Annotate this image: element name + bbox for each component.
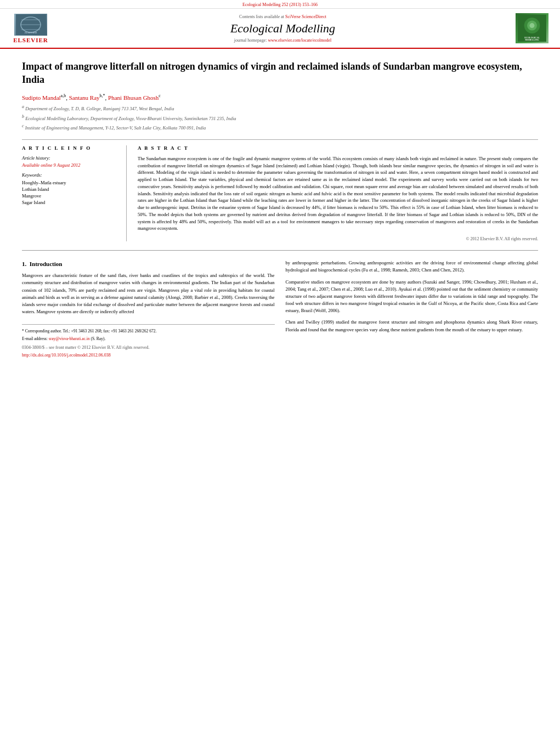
authors-line: Sudipto Mandala,b, Santanu Rayb,*, Phani… [22,93,538,101]
doi-area: 0304-3800/$ – see front matter © 2012 El… [22,344,275,359]
journal-top-bar: Ecological Modelling 252 (2013) 153–166 [0,0,560,9]
ecological-modelling-logo: ECOLOGICAL MODELLING [516,13,548,43]
affiliation-c: c Institute of Engineering and Managemen… [22,123,538,132]
issn-line: 0304-3800/$ – see front matter © 2012 El… [22,344,275,351]
svg-text:ELSEVIER: ELSEVIER [24,31,36,34]
journal-header: ELSEVIER ELSEVIER Contents lists availab… [0,9,560,49]
vertical-divider [126,145,127,241]
article-info: A R T I C L E I N F O Article history: A… [22,140,115,241]
history-label: Article history: [22,155,115,161]
elsevier-wordmark: ELSEVIER [13,37,48,43]
svg-point-9 [530,23,535,28]
journal-citation: Ecological Modelling 252 (2013) 153–166 [242,2,318,7]
journal-logo-right: ECOLOGICAL MODELLING [513,13,551,43]
keyword-2: Lothian Island [22,186,115,192]
journal-title: Ecological Modelling [230,21,335,36]
journal-homepage: journal homepage: www.elsevier.com/locat… [234,38,332,43]
section-divider [22,250,538,251]
keyword-3: Mangrove [22,193,115,199]
homepage-link[interactable]: www.elsevier.com/locate/ecolmodel [268,38,331,43]
paper-body: Impact of mangrove litterfall on nitroge… [0,49,560,370]
introduction-section: 1. Introduction Mangroves are characteri… [22,259,538,359]
elsevier-logo: ELSEVIER ELSEVIER [9,13,53,43]
abstract-section: A B S T R A C T The Sundarban mangrove e… [138,140,538,241]
keyword-4: Sagar Island [22,200,115,205]
doi-link[interactable]: http://dx.doi.org/10.1016/j.ecolmodel.20… [22,353,111,358]
affiliation-b: b Ecological Modelling Laboratory, Depar… [22,114,538,122]
abstract-text: The Sundarban mangrove ecosystem is one … [138,155,538,232]
footnote-area: * Corresponding author. Tel.: +91 3463 2… [22,324,275,342]
elsevier-logo-image: ELSEVIER [14,14,47,36]
abstract-heading: A B S T R A C T [138,145,538,151]
keywords-label: Keywords: [22,172,115,178]
svg-text:MODELLING: MODELLING [525,38,539,41]
intro-paragraph-right-1: by anthropogenic perturbations. Growing … [286,259,539,274]
article-info-abstract: A R T I C L E I N F O Article history: A… [22,139,538,241]
author-1[interactable]: Sudipto Mandal [22,94,61,100]
copyright-line: © 2012 Elsevier B.V. All rights reserved… [138,236,538,241]
intro-paragraph-right-2: Comparative studies on mangrove ecosyste… [286,279,539,315]
sciverse-line: Contents lists available at SciVerse Sci… [239,14,326,19]
available-online: Available online 9 August 2012 [22,162,115,168]
author-3[interactable]: Phani Bhusan Ghosh [108,94,159,100]
intro-left-col: 1. Introduction Mangroves are characteri… [22,259,275,359]
corresponding-note: * Corresponding author. Tel.: +91 3463 2… [22,328,275,335]
affiliations: a Department of Zoology, T. D, B. Colleg… [22,104,538,132]
paper-title: Impact of mangrove litterfall on nitroge… [22,60,538,87]
author-2[interactable]: Santanu Ray [69,94,100,100]
sciverse-link[interactable]: SciVerse ScienceDirect [285,14,326,19]
intro-paragraph-right-3: Chen and Twilley (1999) studied the mang… [286,319,539,333]
intro-section-number: 1. Introduction [22,259,275,269]
intro-paragraph-left: Mangroves are characteristic feature of … [22,272,275,315]
journal-header-center: Contents lists available at SciVerse Sci… [58,13,507,43]
email-note: E-mail address: sray@visva-bharati.ac.in… [22,336,275,342]
affiliation-a: a Department of Zoology, T. D, B. Colleg… [22,104,538,112]
intro-right-col: by anthropogenic perturbations. Growing … [286,259,539,359]
email-link[interactable]: sray@visva-bharati.ac.in [49,336,90,341]
keyword-1: Hooghly–Matla estuary [22,180,115,185]
article-info-heading: A R T I C L E I N F O [22,145,115,151]
